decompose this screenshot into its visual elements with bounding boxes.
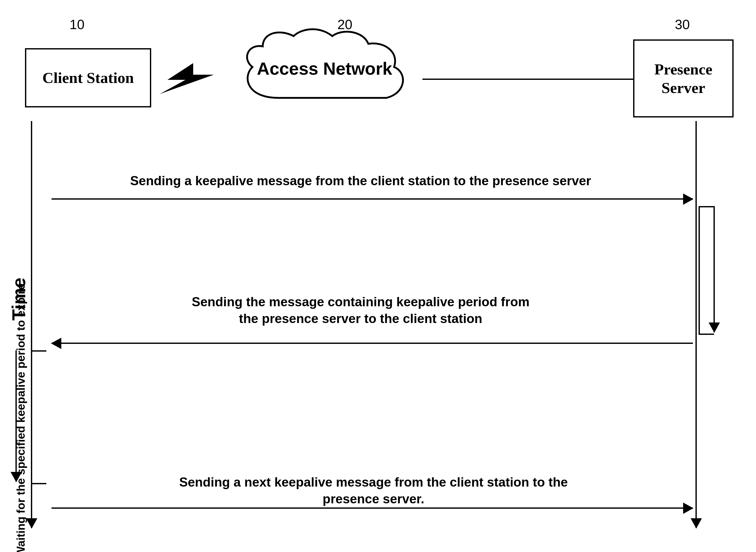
- msg1-label: Sending a keepalive message from the cli…: [64, 172, 657, 189]
- waiting-label-container: Waiting for the specified keepalive peri…: [0, 356, 83, 482]
- svg-marker-1: [160, 63, 214, 94]
- presence-server-label: Presence Server: [654, 60, 712, 97]
- client-station-label: Client Station: [42, 68, 134, 87]
- svg-text:Access Network: Access Network: [257, 59, 392, 78]
- access-network-cloud: Access Network: [227, 26, 423, 113]
- waiting-bracket-top: [31, 350, 46, 352]
- waiting-label: Waiting for the specified keepalive peri…: [14, 280, 28, 552]
- generating-bracket-line: [699, 206, 700, 335]
- right-timeline: [696, 121, 697, 528]
- waiting-bracket-bottom: [31, 483, 46, 484]
- msg3-arrow: [51, 508, 693, 509]
- msg1-arrow: [51, 198, 693, 199]
- lightning-bolt: [152, 63, 232, 94]
- diagram: 10 20 30 Client Station Presence Server …: [0, 0, 756, 552]
- cloud-to-server-line: [423, 79, 634, 80]
- msg3-label: Sending a next keepalive message from th…: [90, 474, 657, 508]
- ref-10: 10: [69, 17, 85, 32]
- client-station-box: Client Station: [25, 48, 151, 107]
- ref-30: 30: [675, 17, 690, 32]
- msg2-label: Sending the message containing keepalive…: [90, 294, 631, 327]
- msg2-arrow: [51, 342, 693, 344]
- presence-server-box: Presence Server: [633, 39, 734, 118]
- bracket-top: [699, 206, 714, 208]
- generating-label-container: Generating a message containing keepaliv…: [701, 211, 756, 335]
